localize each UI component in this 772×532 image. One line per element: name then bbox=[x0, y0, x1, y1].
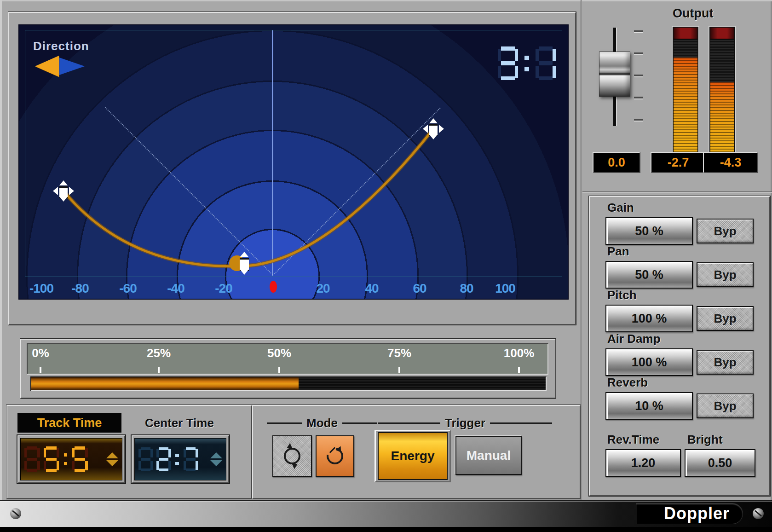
curve-mid-handle[interactable] bbox=[239, 251, 249, 276]
fader-tick bbox=[634, 119, 643, 121]
trigger-energy-button[interactable]: Energy bbox=[374, 430, 451, 482]
gain-value-button[interactable]: 50 % bbox=[605, 217, 693, 245]
bright-value-button[interactable]: 0.50 bbox=[685, 449, 755, 477]
track-time-label: Track Time bbox=[17, 413, 121, 433]
meter-left-value-readout: -2.7 bbox=[651, 152, 706, 173]
param-label-gain: Gain bbox=[607, 201, 634, 215]
loop-continuous-icon bbox=[282, 445, 303, 467]
center-time-readout bbox=[138, 447, 198, 472]
panel-divider-horizontal bbox=[582, 191, 772, 192]
track-time-display bbox=[17, 435, 125, 483]
mode-label: Mode bbox=[306, 416, 338, 430]
axis-tick-label: 60 bbox=[413, 281, 426, 296]
output-meter-left bbox=[673, 27, 698, 154]
meter-fill bbox=[674, 58, 697, 153]
center-time-display bbox=[132, 435, 229, 483]
direction-left-arrow-icon[interactable] bbox=[35, 56, 59, 77]
track-time-readout bbox=[24, 446, 88, 472]
progress-bar-fill bbox=[31, 377, 299, 390]
mode-trigger-panel: Mode Trigger Energy Manual bbox=[252, 405, 581, 499]
param-label-revtime: Rev.Time bbox=[607, 433, 659, 447]
fader-tick bbox=[634, 97, 643, 98]
loop-once-icon bbox=[324, 445, 346, 467]
axis-tick-label: -60 bbox=[119, 281, 136, 296]
trajectory-curve bbox=[19, 25, 568, 299]
progress-scale-tick bbox=[158, 367, 160, 373]
param-label-reverb: Reverb bbox=[607, 376, 648, 390]
step-down-icon bbox=[210, 460, 222, 466]
trigger-energy-label: Energy bbox=[391, 449, 435, 463]
plugin-title: Doppler bbox=[664, 504, 730, 523]
direction-label: Direction bbox=[33, 39, 89, 53]
axis-tick-label: -20 bbox=[215, 281, 232, 296]
curve-start-handle[interactable] bbox=[53, 180, 74, 202]
progress-scale-tick bbox=[278, 367, 280, 373]
fader-tick bbox=[634, 30, 643, 32]
param-label-pan: Pan bbox=[607, 244, 629, 259]
direction-right-arrow-icon[interactable] bbox=[58, 57, 85, 75]
window-bottom-edge bbox=[0, 527, 772, 532]
airdamp-value-button[interactable]: 100 % bbox=[605, 348, 693, 376]
direction-selector[interactable] bbox=[35, 56, 85, 77]
clip-led bbox=[674, 28, 697, 40]
plugin-title-pill: Doppler bbox=[636, 503, 743, 524]
param-label-pitch: Pitch bbox=[607, 288, 637, 302]
curve-end-handle[interactable] bbox=[423, 118, 444, 139]
pan-bypass-button[interactable]: Byp bbox=[697, 262, 754, 287]
fader-tick bbox=[634, 75, 643, 76]
gain-bypass-button[interactable]: Byp bbox=[697, 219, 754, 243]
trigger-group-header: Trigger bbox=[378, 416, 552, 430]
radar-display-panel: Direction -100 -80 -60 -40 -20 20 40 60 … bbox=[8, 12, 576, 325]
param-label-airdamp: Air Damp bbox=[607, 332, 661, 346]
progress-bar[interactable] bbox=[30, 376, 547, 391]
param-label-bright: Bright bbox=[687, 433, 723, 447]
mode-group-header: Mode bbox=[267, 416, 377, 430]
fader-value-readout: 0.0 bbox=[593, 152, 640, 173]
trigger-manual-button[interactable]: Manual bbox=[455, 436, 522, 475]
step-up-icon bbox=[106, 452, 118, 458]
pitch-value-button[interactable]: 100 % bbox=[605, 305, 693, 332]
bottom-title-bar: Doppler bbox=[0, 500, 772, 528]
output-label: Output bbox=[673, 6, 713, 21]
parameters-panel: Gain 50 % Byp Pan 50 % Byp Pitch 100 % B… bbox=[589, 196, 770, 496]
trigger-manual-label: Manual bbox=[467, 448, 511, 463]
progress-scale-label: 0% bbox=[32, 346, 49, 360]
screw-icon bbox=[753, 508, 764, 519]
progress-scale: 0% 25% 50% 75% 100% bbox=[27, 343, 548, 375]
center-time-label: Center Time bbox=[131, 416, 228, 430]
reverb-value-button[interactable]: 10 % bbox=[605, 392, 693, 420]
step-up-icon bbox=[210, 452, 222, 458]
progress-scale-label: 100% bbox=[504, 346, 535, 360]
progress-scale-tick bbox=[518, 367, 520, 373]
doppler-plugin-window: Direction -100 -80 -60 -40 -20 20 40 60 … bbox=[0, 0, 772, 532]
ratio-readout bbox=[498, 46, 556, 81]
mode-continuous-button[interactable] bbox=[272, 435, 312, 477]
step-down-icon bbox=[106, 460, 118, 466]
progress-panel: 0% 25% 50% 75% 100% bbox=[20, 339, 556, 399]
axis-tick-label: 20 bbox=[316, 281, 329, 296]
reverb-bypass-button[interactable]: Byp bbox=[697, 393, 754, 418]
axis-tick-label: 100 bbox=[495, 281, 515, 296]
trigger-label: Trigger bbox=[445, 416, 485, 430]
output-fader-thumb[interactable] bbox=[599, 52, 630, 97]
axis-tick-label: -100 bbox=[29, 281, 53, 296]
progress-scale-label: 25% bbox=[147, 346, 171, 360]
radar-display[interactable]: Direction -100 -80 -60 -40 -20 20 40 60 … bbox=[18, 24, 569, 300]
axis-tick-label: 80 bbox=[460, 281, 473, 296]
screw-icon bbox=[10, 508, 21, 519]
meter-fill bbox=[710, 82, 734, 153]
axis-tick-label: -80 bbox=[71, 281, 88, 296]
pan-value-button[interactable]: 50 % bbox=[605, 261, 693, 289]
mode-single-pass-button[interactable] bbox=[316, 435, 354, 477]
revtime-value-button[interactable]: 1.20 bbox=[605, 449, 681, 477]
progress-scale-label: 75% bbox=[387, 346, 411, 360]
axis-tick-label: -40 bbox=[167, 281, 184, 296]
meter-right-value-readout: -4.3 bbox=[703, 152, 758, 173]
panel-divider-vertical bbox=[581, 0, 582, 500]
pitch-bypass-button[interactable]: Byp bbox=[697, 306, 754, 331]
axis-tick-label: 40 bbox=[365, 281, 378, 296]
airdamp-bypass-button[interactable]: Byp bbox=[697, 350, 754, 375]
progress-scale-tick bbox=[40, 367, 41, 373]
center-time-stepper[interactable] bbox=[210, 452, 222, 466]
track-time-stepper[interactable] bbox=[106, 452, 118, 466]
